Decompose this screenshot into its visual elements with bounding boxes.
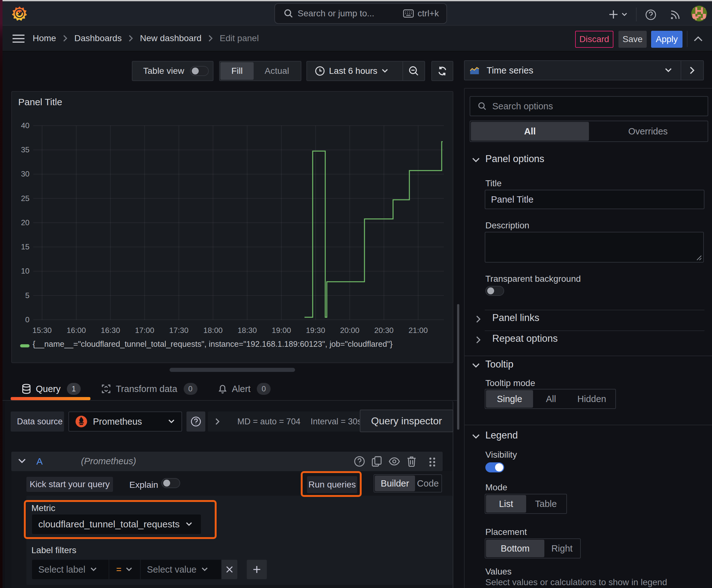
svg-text:40: 40 [21, 121, 29, 130]
svg-text:17:00: 17:00 [135, 326, 154, 335]
svg-text:17:30: 17:30 [169, 326, 189, 335]
svg-text:18:30: 18:30 [238, 326, 257, 335]
svg-text:16:00: 16:00 [67, 326, 86, 335]
svg-text:16:30: 16:30 [101, 326, 120, 335]
svg-text:21:00: 21:00 [408, 326, 428, 335]
svg-text:10: 10 [21, 267, 29, 275]
svg-text:25: 25 [21, 194, 29, 203]
svg-text:5: 5 [25, 291, 29, 300]
svg-text:20:30: 20:30 [374, 326, 394, 335]
svg-text:19:30: 19:30 [306, 326, 325, 335]
svg-text:0: 0 [25, 315, 29, 324]
svg-text:20: 20 [21, 218, 29, 227]
svg-text:19:00: 19:00 [272, 326, 291, 335]
svg-text:18:00: 18:00 [203, 326, 223, 335]
svg-text:15: 15 [21, 243, 29, 251]
svg-text:30: 30 [21, 170, 29, 178]
svg-text:35: 35 [21, 145, 29, 154]
svg-text:{__name__="cloudflared_tunnel_: {__name__="cloudflared_tunnel_total_requ… [33, 339, 393, 348]
svg-text:20:00: 20:00 [340, 326, 360, 335]
svg-text:15:30: 15:30 [33, 326, 52, 335]
